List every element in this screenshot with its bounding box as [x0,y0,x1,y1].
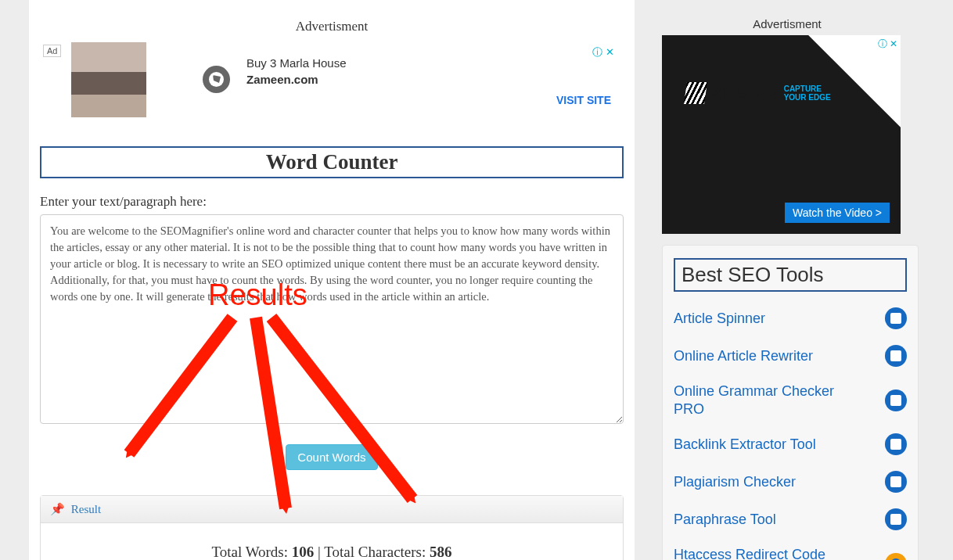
main-column: Advertisment Ad Buy 3 Marla House Zameen… [29,0,635,560]
zebra-wordmark: ZEBRA [710,82,779,104]
tool-label: Online Grammar Checker PRO [674,382,854,418]
result-header: 📌 Result [41,496,623,523]
tool-article-spinner[interactable]: Article Spinner [674,300,907,337]
ad-text[interactable]: Buy 3 Marla House Zameen.com [246,56,347,86]
ad-controls-icon[interactable]: ⓘ ✕ [592,45,614,59]
ad-title: Buy 3 Marla House [246,56,347,70]
tool-backlink-extractor[interactable]: Backlink Extractor Tool [674,425,907,463]
total-chars-value: 586 [430,544,452,560]
page-title: Word Counter [40,146,624,178]
tool-paraphrase[interactable]: Paraphrase Tool [674,501,907,538]
tool-icon [885,508,907,530]
count-words-button[interactable]: Count Words [286,444,377,470]
result-header-text: Result [71,503,101,515]
tool-grammar-checker[interactable]: Online Grammar Checker PRO [674,375,907,425]
tools-title: Best SEO Tools [674,258,907,292]
total-chars-label: Total Characters: [324,544,430,560]
tool-icon [885,307,907,329]
pin-icon: 📌 [50,502,65,516]
button-row: Count Words [29,444,635,470]
ad-thumbnail[interactable] [71,42,146,117]
watch-video-button[interactable]: Watch the Video > [785,203,890,223]
zebra-logo: ZEBRA CAPTUREYOUR EDGE [685,82,831,104]
tool-article-rewriter[interactable]: Online Article Rewriter [674,337,907,375]
tool-icon [885,345,907,367]
tool-plagiarism-checker[interactable]: Plagiarism Checker [674,463,907,501]
zebra-tagline: CAPTUREYOUR EDGE [784,84,831,102]
tool-icon [885,553,907,561]
total-words-value: 106 [292,544,315,560]
tools-panel: Best SEO Tools Article Spinner Online Ar… [662,245,919,560]
globe-icon [203,66,230,93]
top-ad-box[interactable]: Ad Buy 3 Marla House Zameen.com VISIT SI… [43,41,620,131]
visit-site-link[interactable]: VISIT SITE [556,94,611,106]
top-ad-label: Advertisment [29,0,635,34]
textarea-label: Enter your text/paragraph here: [40,194,624,210]
tool-label: Htaccess Redirect Code Generator [674,546,854,560]
tool-label: Plagiarism Checker [674,473,796,491]
ad-publisher: Zameen.com [246,73,347,86]
result-panel: 📌 Result Total Words: 106 | Total Charac… [40,495,624,560]
tool-htaccess-redirect[interactable]: Htaccess Redirect Code Generator [674,538,907,560]
side-ad-controls-icon[interactable]: ⓘ ✕ [878,38,897,51]
result-body: Total Words: 106 | Total Characters: 586 [41,523,623,560]
zebra-mark-icon [684,82,707,104]
tool-label: Paraphrase Tool [674,511,776,529]
total-words-label: Total Words: [211,544,291,560]
tool-icon [885,471,907,493]
tool-label: Online Article Rewriter [674,347,813,365]
tool-icon [885,389,907,411]
tool-icon [885,433,907,455]
sidebar: Advertisment ZEBRA CAPTUREYOUR EDGE Watc… [651,0,923,560]
result-separator: | [314,544,324,560]
tool-label: Article Spinner [674,310,765,328]
tool-label: Backlink Extractor Tool [674,436,816,454]
side-ad-box[interactable]: ZEBRA CAPTUREYOUR EDGE Watch the Video >… [662,35,901,234]
ad-tag: Ad [43,45,61,57]
text-input[interactable] [40,214,624,424]
side-ad-label: Advertisment [651,0,923,31]
